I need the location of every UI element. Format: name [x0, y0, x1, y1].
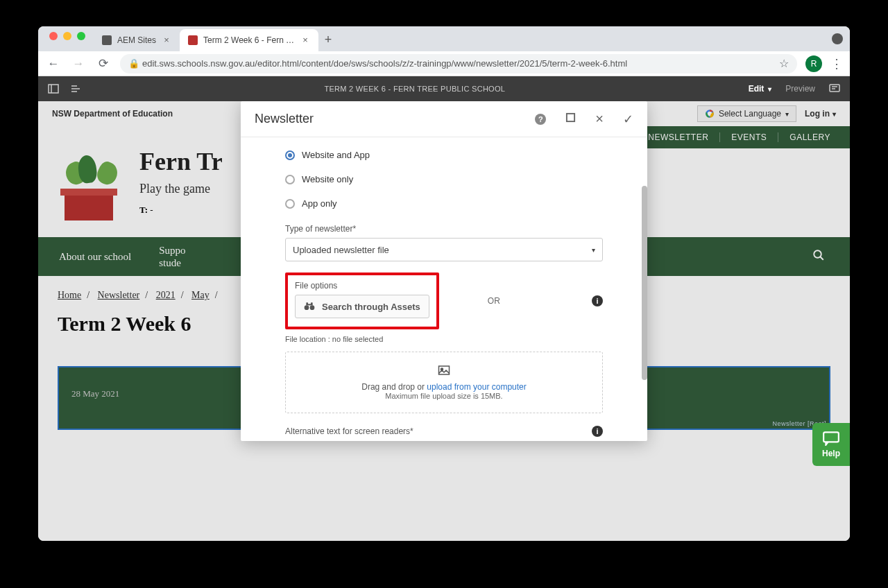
- window-close-light[interactable]: [49, 32, 58, 40]
- forward-button[interactable]: →: [70, 55, 87, 72]
- search-assets-button[interactable]: Search through Assets: [295, 295, 429, 318]
- close-icon[interactable]: ×: [595, 111, 604, 127]
- url-text: edit.sws.schools.nsw.gov.au/editor.html/…: [142, 58, 774, 69]
- radio-app-only[interactable]: App only: [285, 191, 603, 216]
- window-max-light[interactable]: [77, 32, 85, 40]
- rail-toggle-icon[interactable]: [48, 83, 59, 94]
- browser-menu-icon[interactable]: ⋮: [830, 56, 843, 71]
- favicon-icon: [102, 35, 112, 45]
- svg-rect-15: [306, 302, 308, 305]
- help-tab[interactable]: Help: [812, 423, 850, 466]
- chat-icon: [822, 431, 840, 446]
- tab-close-icon[interactable]: ×: [300, 35, 310, 45]
- window-min-light[interactable]: [63, 32, 71, 40]
- tab-title: Term 2 Week 6 - Fern Tree Pub: [203, 35, 295, 45]
- aem-page-title: TERM 2 WEEK 6 - FERN TREE PUBLIC SCHOOL: [81, 85, 749, 93]
- new-tab-button[interactable]: +: [318, 33, 338, 51]
- tab-close-icon[interactable]: ×: [162, 35, 171, 45]
- browser-tab-aem-sites[interactable]: AEM Sites ×: [94, 29, 180, 51]
- back-button[interactable]: ←: [45, 55, 62, 72]
- help-icon[interactable]: ?: [535, 114, 546, 125]
- or-label: OR: [488, 296, 500, 306]
- reload-button[interactable]: ⟳: [95, 55, 112, 72]
- profile-avatar[interactable]: R: [805, 55, 822, 72]
- preview-button[interactable]: Preview: [785, 84, 815, 94]
- svg-rect-16: [311, 302, 313, 305]
- binoculars-icon: [304, 301, 315, 313]
- svg-point-14: [310, 305, 315, 310]
- radio-icon: [285, 150, 295, 160]
- file-dropzone[interactable]: Drag and drop or upload from your comput…: [285, 352, 603, 413]
- lock-icon: 🔒: [128, 58, 137, 69]
- svg-rect-12: [567, 114, 574, 121]
- svg-rect-18: [439, 366, 450, 374]
- done-check-icon[interactable]: ✓: [623, 112, 633, 127]
- highlighted-region: File options Search through Assets: [285, 273, 439, 329]
- browser-tab-active[interactable]: Term 2 Week 6 - Fern Tree Pub ×: [180, 29, 318, 51]
- image-icon: [293, 365, 595, 379]
- edit-mode-dropdown[interactable]: Edit ▾: [749, 84, 772, 94]
- info-icon[interactable]: i: [592, 295, 603, 306]
- tab-title: AEM Sites: [117, 35, 156, 45]
- svg-rect-5: [830, 85, 839, 92]
- fullscreen-icon[interactable]: [565, 112, 576, 126]
- svg-point-13: [305, 305, 309, 310]
- scrollbar-thumb[interactable]: [642, 186, 647, 380]
- file-options-label: File options: [295, 281, 429, 291]
- upload-size-note: Maximum file upload size is 15MB.: [293, 392, 595, 400]
- svg-rect-0: [49, 85, 58, 93]
- newsletter-dialog: Newsletter ? × ✓ Website and App W: [241, 101, 647, 441]
- radio-icon: [285, 199, 295, 209]
- alt-text-label: Alternative text for screen readers*: [285, 426, 413, 436]
- info-icon[interactable]: i: [592, 426, 603, 437]
- favicon-icon: [188, 35, 198, 45]
- address-bar[interactable]: 🔒 edit.sws.schools.nsw.gov.au/editor.htm…: [120, 54, 797, 74]
- svg-rect-17: [308, 304, 311, 305]
- radio-website-only[interactable]: Website only: [285, 167, 603, 191]
- file-location-text: File location : no file selected: [285, 335, 603, 343]
- upload-link[interactable]: upload from your computer: [427, 382, 526, 392]
- type-of-newsletter-label: Type of newsletter*: [285, 224, 603, 234]
- radio-website-and-app[interactable]: Website and App: [285, 143, 603, 167]
- bookmark-star-icon[interactable]: ☆: [779, 57, 789, 70]
- svg-rect-20: [823, 432, 839, 442]
- extension-icon[interactable]: [832, 33, 843, 44]
- dialog-title: Newsletter: [255, 112, 314, 126]
- annotate-icon[interactable]: [829, 83, 840, 94]
- page-info-icon[interactable]: [70, 83, 81, 94]
- type-of-newsletter-select[interactable]: Uploaded newsletter file ▾: [285, 238, 603, 261]
- radio-icon: [285, 175, 295, 184]
- chevron-down-icon: ▾: [592, 246, 595, 254]
